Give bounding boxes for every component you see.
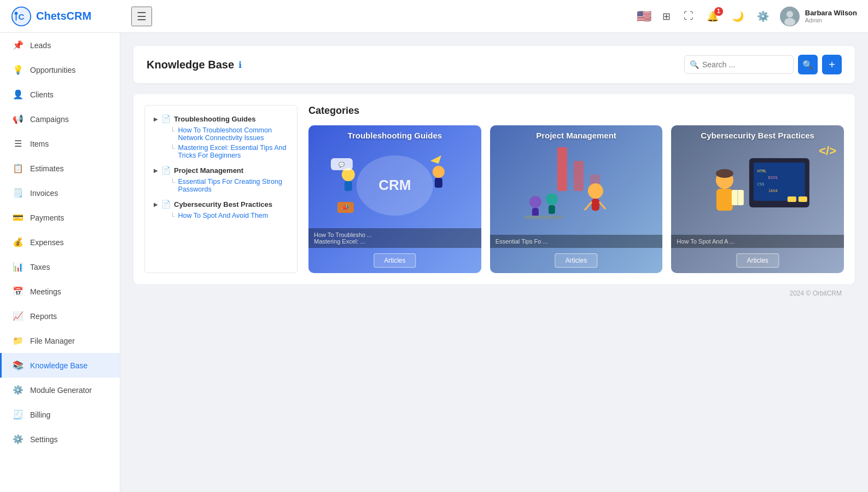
svg-rect-12 bbox=[435, 178, 442, 188]
sidebar-item-meetings[interactable]: 📅 Meetings bbox=[0, 279, 120, 304]
logo: C ChetsCRM bbox=[11, 6, 126, 27]
search-button-icon: 🔍 bbox=[802, 60, 813, 70]
hamburger-button[interactable]: ☰ bbox=[131, 7, 152, 26]
tree-panel: ▶ 📄 Troubleshooting Guides How To Troubl… bbox=[144, 105, 298, 273]
file-manager-icon: 📁 bbox=[13, 335, 24, 346]
sidebar-item-taxes[interactable]: 📊 Taxes bbox=[0, 254, 120, 279]
clients-icon: 👤 bbox=[13, 89, 24, 100]
theme-toggle-button[interactable]: 🌙 bbox=[730, 8, 746, 25]
sidebar-item-clients[interactable]: 👤 Clients bbox=[0, 82, 120, 107]
add-icon: + bbox=[829, 59, 835, 71]
header-actions: 🇺🇸 ⊞ ⛶ 🔔 1 🌙 ⚙️ Barbara Wilson Admin bbox=[637, 7, 857, 26]
sidebar-item-settings[interactable]: ⚙️ Settings bbox=[0, 427, 120, 452]
language-flag[interactable]: 🇺🇸 bbox=[637, 9, 651, 24]
sidebar-item-estimates[interactable]: 📋 Estimates bbox=[0, 156, 120, 181]
sidebar-item-reports[interactable]: 📈 Reports bbox=[0, 304, 120, 328]
svg-point-25 bbox=[529, 196, 541, 208]
chevron-right-icon-2: ▶ bbox=[154, 201, 158, 207]
search-input[interactable] bbox=[684, 55, 794, 74]
tree-category-label-project-management: Project Management bbox=[174, 166, 243, 175]
articles-button-troubleshooting[interactable]: Articles bbox=[374, 253, 416, 268]
sidebar-label-items: Items bbox=[30, 140, 49, 148]
sidebar-label-file-manager: File Manager bbox=[30, 337, 75, 345]
tree-category-label-cybersecurity: Cybersecurity Best Practices bbox=[174, 200, 272, 209]
sidebar-item-expenses[interactable]: 💰 Expenses bbox=[0, 230, 120, 254]
search-input-wrapper: 🔍 bbox=[684, 55, 794, 74]
knowledge-base-icon: 📚 bbox=[13, 360, 24, 371]
sidebar-label-clients: Clients bbox=[30, 90, 54, 99]
tree-article-0-0[interactable]: How To Troubleshoot Common Network Conne… bbox=[170, 126, 288, 142]
sidebar-label-module-generator: Module Generator bbox=[30, 386, 92, 395]
sidebar-item-items[interactable]: ☰ Items bbox=[0, 131, 120, 156]
articles-button-cybersecurity[interactable]: Articles bbox=[736, 253, 778, 268]
sidebar-item-knowledge-base[interactable]: 📚 Knowledge Base bbox=[0, 353, 120, 378]
sidebar-label-settings: Settings bbox=[30, 435, 58, 444]
meetings-icon: 📅 bbox=[13, 286, 24, 297]
sidebar-item-billing[interactable]: 🧾 Billing bbox=[0, 402, 120, 427]
notifications-button[interactable]: 🔔 1 bbox=[704, 8, 721, 25]
card-footer-troubleshooting: How To Troublesho ... Mastering Excel: .… bbox=[308, 228, 481, 248]
top-header: C ChetsCRM ☰ 🇺🇸 ⊞ ⛶ 🔔 1 🌙 ⚙️ Barbara W bbox=[0, 0, 868, 33]
sidebar-label-billing: Billing bbox=[30, 410, 50, 419]
tree-article-2-0[interactable]: How To Spot And Avoid Them bbox=[170, 212, 288, 220]
info-icon[interactable]: ℹ bbox=[238, 60, 242, 70]
card-article1-project-management: Essential Tips Fo ... bbox=[496, 238, 657, 245]
sidebar-item-file-manager[interactable]: 📁 File Manager bbox=[0, 328, 120, 353]
category-card-troubleshooting[interactable]: Troubleshooting Guides CRM bbox=[308, 125, 481, 273]
svg-line-24 bbox=[599, 202, 605, 209]
sidebar-item-campaigns[interactable]: 📢 Campaigns bbox=[0, 107, 120, 131]
search-button[interactable]: 🔍 bbox=[798, 55, 818, 74]
logo-text: ChetsCRM bbox=[36, 10, 91, 22]
tree-category-header-troubleshooting[interactable]: ▶ 📄 Troubleshooting Guides bbox=[154, 114, 288, 123]
chevron-right-icon: ▶ bbox=[154, 167, 158, 173]
settings-button[interactable]: ⚙️ bbox=[755, 8, 771, 25]
sidebar-item-invoices[interactable]: 🗒️ Invoices bbox=[0, 181, 120, 205]
tree-category-header-cybersecurity[interactable]: ▶ 📄 Cybersecurity Best Practices bbox=[154, 200, 288, 209]
category-card-project-management[interactable]: Project Management bbox=[490, 125, 663, 273]
svg-point-21 bbox=[587, 183, 603, 199]
estimates-icon: 📋 bbox=[13, 163, 24, 173]
kb-body: ▶ 📄 Troubleshooting Guides How To Troubl… bbox=[133, 94, 855, 284]
svg-point-5 bbox=[787, 11, 793, 18]
sidebar-label-reports: Reports bbox=[30, 312, 57, 321]
sidebar-item-payments[interactable]: 💳 Payments bbox=[0, 205, 120, 230]
tree-category-cybersecurity: ▶ 📄 Cybersecurity Best Practices How To … bbox=[154, 200, 288, 220]
tree-articles-project-management: Essential Tips For Creating Strong Passw… bbox=[170, 178, 288, 193]
fullscreen-button[interactable]: ⛶ bbox=[681, 8, 696, 24]
user-name: Barbara Wilson bbox=[805, 9, 857, 17]
user-role: Admin bbox=[805, 17, 857, 24]
svg-rect-26 bbox=[532, 208, 538, 217]
svg-text:📣: 📣 bbox=[341, 203, 349, 211]
category-card-cybersecurity[interactable]: Cybersecurity Best Practices </> HTML DI… bbox=[671, 125, 844, 273]
sidebar-label-taxes: Taxes bbox=[30, 263, 50, 271]
page-title-row: Knowledge Base ℹ bbox=[147, 59, 242, 71]
tree-category-troubleshooting: ▶ 📄 Troubleshooting Guides How To Troubl… bbox=[154, 114, 288, 159]
sidebar-item-opportunities[interactable]: 💡 Opportunities bbox=[0, 57, 120, 82]
svg-text:DIVS: DIVS bbox=[768, 176, 778, 180]
svg-rect-18 bbox=[557, 147, 567, 191]
svg-rect-10 bbox=[345, 181, 352, 191]
add-button[interactable]: + bbox=[822, 55, 842, 74]
sidebar-item-leads[interactable]: 📌 Leads bbox=[0, 33, 120, 57]
user-menu[interactable]: Barbara Wilson Admin bbox=[780, 7, 857, 26]
svg-rect-19 bbox=[573, 161, 583, 191]
sidebar-item-module-generator[interactable]: ⚙️ Module Generator bbox=[0, 378, 120, 402]
tree-article-1-0[interactable]: Essential Tips For Creating Strong Passw… bbox=[170, 178, 288, 193]
categories-grid: Troubleshooting Guides CRM bbox=[308, 125, 844, 273]
card-footer-cybersecurity: How To Spot And A ... bbox=[671, 235, 844, 248]
settings-icon: ⚙️ bbox=[13, 434, 24, 444]
tree-article-0-1[interactable]: Mastering Excel: Essential Tips And Tric… bbox=[170, 144, 288, 159]
grid-button[interactable]: ⊞ bbox=[660, 8, 673, 25]
card-title-troubleshooting: Troubleshooting Guides bbox=[308, 131, 481, 140]
book-icon-3: 📄 bbox=[161, 200, 171, 209]
sidebar-label-campaigns: Campaigns bbox=[30, 115, 69, 124]
tree-category-header-project-management[interactable]: ▶ 📄 Project Management bbox=[154, 166, 288, 175]
sidebar-label-estimates: Estimates bbox=[30, 164, 63, 173]
sidebar-label-invoices: Invoices bbox=[30, 189, 58, 198]
leads-icon: 📌 bbox=[13, 40, 24, 50]
tree-category-project-management: ▶ 📄 Project Management Essential Tips Fo… bbox=[154, 166, 288, 193]
book-icon: 📄 bbox=[161, 114, 171, 123]
main-content: Knowledge Base ℹ 🔍 🔍 + bbox=[120, 33, 868, 492]
articles-button-project-management[interactable]: Articles bbox=[555, 253, 597, 268]
items-icon: ☰ bbox=[13, 138, 24, 149]
